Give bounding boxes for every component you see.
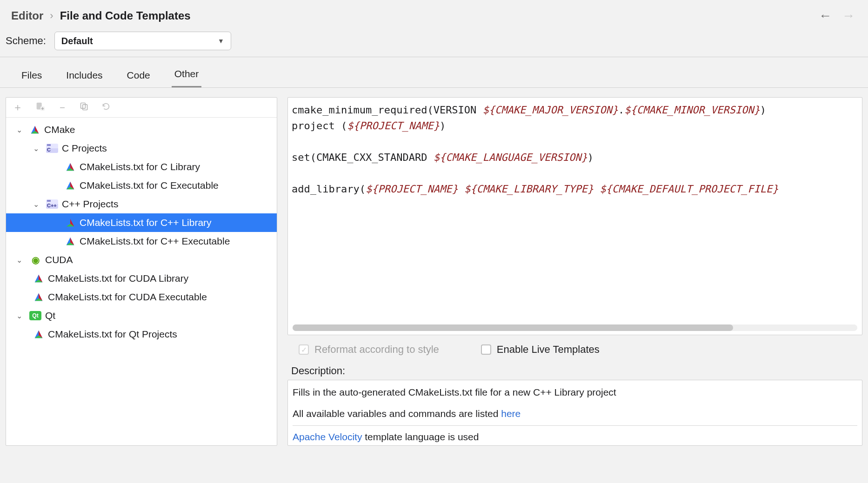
copy-template-icon[interactable] bbox=[80, 102, 89, 113]
templates-panel: ＋ － ⌄ CMake ⌄ C C Projects bbox=[6, 97, 277, 446]
tree-label: CMake bbox=[44, 124, 75, 135]
checkbox-icon: ✓ bbox=[299, 344, 309, 355]
cpp-language-icon: C++ bbox=[46, 199, 58, 209]
templates-toolbar: ＋ － bbox=[6, 98, 277, 118]
tree-node-cmake[interactable]: ⌄ CMake bbox=[6, 120, 277, 139]
template-editor[interactable]: cmake_minimum_required(VERSION ${CMAKE_M… bbox=[287, 97, 862, 335]
chevron-down-icon[interactable]: ⌄ bbox=[16, 126, 26, 134]
tree-node-cuda[interactable]: ⌄ ◉ CUDA bbox=[6, 251, 277, 269]
breadcrumb-page: File and Code Templates bbox=[60, 9, 191, 22]
chevron-down-icon[interactable]: ⌄ bbox=[33, 144, 42, 153]
scheme-label: Scheme: bbox=[6, 35, 46, 47]
tree-item-cuda-library[interactable]: CMakeLists.txt for CUDA Library bbox=[6, 269, 277, 288]
cmake-icon bbox=[33, 291, 44, 303]
tree-label: C++ Projects bbox=[62, 198, 118, 210]
chevron-down-icon[interactable]: ⌄ bbox=[16, 256, 26, 265]
tree-item-c-executable[interactable]: CMakeLists.txt for C Executable bbox=[6, 176, 277, 195]
chevron-down-icon: ▼ bbox=[218, 37, 224, 45]
breadcrumb: Editor › File and Code Templates bbox=[11, 9, 191, 22]
nvidia-icon: ◉ bbox=[29, 256, 41, 264]
tree-label: CMakeLists.txt for C Executable bbox=[80, 180, 219, 191]
cmake-icon bbox=[33, 273, 44, 284]
cmake-icon bbox=[65, 236, 76, 247]
scheme-select[interactable]: Default ▼ bbox=[54, 32, 231, 50]
tree-label: CMakeLists.txt for C Library bbox=[80, 161, 200, 172]
checkbox-icon bbox=[481, 344, 491, 355]
horizontal-scrollbar[interactable] bbox=[293, 324, 857, 331]
variables-link[interactable]: here bbox=[501, 408, 521, 419]
tree-label: C Projects bbox=[62, 143, 107, 154]
tree-item-cpp-executable[interactable]: CMakeLists.txt for C++ Executable bbox=[6, 232, 277, 251]
tree-item-cpp-library[interactable]: CMakeLists.txt for C++ Library bbox=[6, 213, 277, 232]
forward-arrow-icon: → bbox=[842, 8, 855, 23]
chevron-right-icon: › bbox=[50, 10, 53, 22]
reformat-label: Reformat according to style bbox=[314, 344, 439, 356]
chevron-down-icon[interactable]: ⌄ bbox=[16, 311, 26, 320]
description-text: Apache Velocity template language is use… bbox=[293, 430, 857, 444]
chevron-down-icon[interactable]: ⌄ bbox=[33, 200, 42, 209]
back-arrow-icon[interactable]: ← bbox=[819, 8, 832, 23]
tree-item-qt-projects[interactable]: CMakeLists.txt for Qt Projects bbox=[6, 325, 277, 344]
tab-code[interactable]: Code bbox=[124, 70, 153, 87]
tree-item-c-library[interactable]: CMakeLists.txt for C Library bbox=[6, 158, 277, 176]
tree-label: CUDA bbox=[45, 254, 73, 265]
template-tabs: Files Includes Code Other bbox=[0, 68, 868, 88]
apache-velocity-link[interactable]: Apache Velocity bbox=[293, 431, 362, 442]
tree-label: CMakeLists.txt for C++ Executable bbox=[80, 236, 230, 247]
tab-other[interactable]: Other bbox=[172, 68, 202, 87]
live-templates-label: Enable Live Templates bbox=[497, 344, 600, 356]
tab-includes[interactable]: Includes bbox=[63, 70, 105, 87]
tree-node-c-projects[interactable]: ⌄ C C Projects bbox=[6, 139, 277, 158]
tree-node-qt[interactable]: ⌄ Qt Qt bbox=[6, 306, 277, 325]
qt-icon: Qt bbox=[29, 311, 41, 320]
tree-label: Qt bbox=[45, 310, 55, 321]
cmake-icon bbox=[65, 217, 76, 228]
description-label: Description: bbox=[287, 357, 862, 380]
scheme-value: Default bbox=[61, 36, 93, 46]
cmake-icon bbox=[65, 180, 76, 191]
tree-label: CMakeLists.txt for C++ Library bbox=[80, 217, 212, 228]
revert-icon[interactable] bbox=[101, 101, 111, 113]
tree-label: CMakeLists.txt for Qt Projects bbox=[48, 329, 177, 340]
templates-tree[interactable]: ⌄ CMake ⌄ C C Projects CMakeLists.txt fo… bbox=[6, 118, 277, 352]
c-language-icon: C bbox=[46, 144, 58, 153]
cmake-icon bbox=[29, 124, 40, 135]
add-from-template-icon[interactable] bbox=[35, 101, 45, 113]
tree-node-cpp-projects[interactable]: ⌄ C++ C++ Projects bbox=[6, 195, 277, 213]
breadcrumb-root[interactable]: Editor bbox=[11, 9, 43, 22]
tree-label: CMakeLists.txt for CUDA Library bbox=[48, 273, 188, 284]
description-text: Fills in the auto-generated CMakeLists.t… bbox=[293, 385, 857, 400]
description-box: Fills in the auto-generated CMakeLists.t… bbox=[287, 380, 862, 446]
tab-files[interactable]: Files bbox=[19, 70, 45, 87]
cmake-icon bbox=[65, 161, 76, 172]
tree-item-cuda-executable[interactable]: CMakeLists.txt for CUDA Executable bbox=[6, 288, 277, 306]
tree-label: CMakeLists.txt for CUDA Executable bbox=[48, 291, 207, 303]
reformat-checkbox: ✓ Reformat according to style bbox=[299, 344, 439, 356]
enable-live-templates-checkbox[interactable]: Enable Live Templates bbox=[481, 344, 600, 356]
description-text: All available variables and commands are… bbox=[293, 406, 857, 421]
cmake-icon bbox=[33, 329, 44, 340]
remove-template-icon[interactable]: － bbox=[57, 102, 67, 112]
add-template-icon[interactable]: ＋ bbox=[13, 102, 23, 112]
